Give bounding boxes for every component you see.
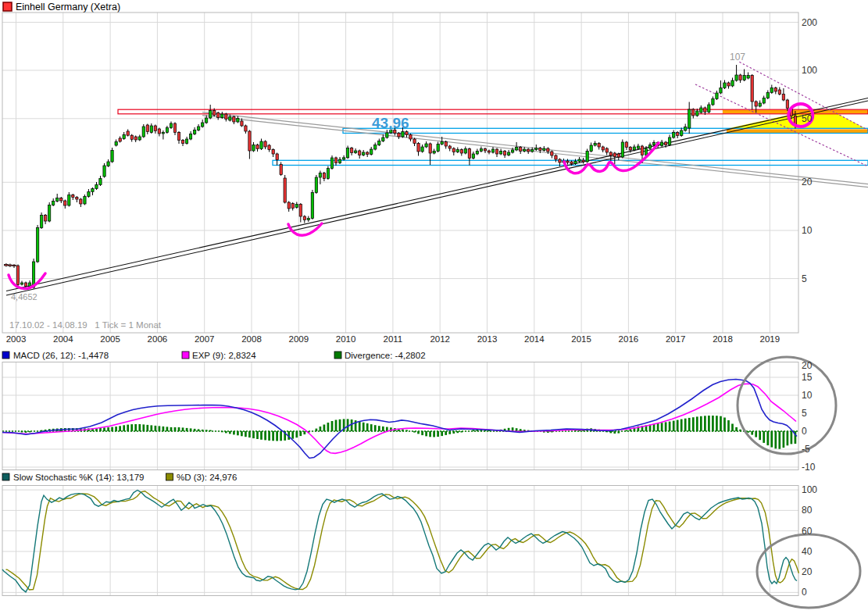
svg-text:2019: 2019 [760, 334, 780, 344]
svg-text:2011: 2011 [384, 334, 403, 344]
svg-text:%D (3): 24,976: %D (3): 24,976 [177, 473, 237, 482]
svg-text:100: 100 [802, 65, 817, 76]
svg-text:20: 20 [802, 566, 813, 577]
svg-text:5: 5 [802, 273, 807, 284]
svg-text:MACD (26, 12): -1,4478: MACD (26, 12): -1,4478 [13, 351, 109, 360]
svg-text:Einhell Germany (Xetra): Einhell Germany (Xetra) [16, 2, 120, 12]
svg-text:100: 100 [802, 484, 817, 495]
svg-text:10: 10 [802, 225, 813, 236]
svg-text:10: 10 [802, 390, 813, 401]
svg-text:2014: 2014 [524, 334, 545, 344]
svg-text:40: 40 [802, 546, 813, 557]
svg-text:20: 20 [802, 177, 813, 187]
svg-text:2018: 2018 [713, 334, 733, 344]
svg-text:2004: 2004 [53, 334, 73, 344]
svg-text:15: 15 [802, 372, 813, 383]
svg-text:Slow Stochastic %K (14): 13,17: Slow Stochastic %K (14): 13,179 [13, 473, 144, 482]
svg-text:2017: 2017 [666, 334, 686, 344]
svg-text:50: 50 [802, 113, 813, 124]
svg-text:2010: 2010 [336, 334, 356, 344]
svg-text:2003: 2003 [6, 334, 27, 344]
svg-text:2005: 2005 [100, 334, 120, 344]
svg-text:2006: 2006 [148, 334, 168, 344]
svg-text:2015: 2015 [571, 334, 591, 344]
svg-text:2012: 2012 [430, 334, 450, 344]
svg-text:2008: 2008 [241, 334, 262, 344]
svg-text:2013: 2013 [477, 334, 498, 344]
svg-text:4,4652: 4,4652 [11, 292, 38, 302]
svg-text:-5: -5 [802, 444, 810, 455]
svg-text:80: 80 [802, 505, 813, 516]
svg-text:5: 5 [802, 408, 807, 419]
svg-text:2007: 2007 [195, 334, 215, 344]
svg-text:2009: 2009 [289, 334, 309, 344]
svg-text:17.10.02 - 14.08.19 1 Tick =: 17.10.02 - 14.08.19 1 Tick = 1 Monat [9, 320, 162, 330]
svg-text:EXP (9): 2,8324: EXP (9): 2,8324 [192, 351, 256, 360]
svg-text:20: 20 [802, 360, 813, 371]
svg-text:0: 0 [802, 587, 807, 598]
svg-text:2016: 2016 [619, 334, 639, 344]
svg-text:43,96: 43,96 [372, 115, 409, 131]
svg-text:107: 107 [730, 52, 745, 62]
svg-text:-10: -10 [802, 462, 816, 473]
svg-text:200: 200 [802, 17, 817, 28]
svg-text:0: 0 [802, 426, 807, 437]
svg-text:60: 60 [802, 526, 813, 537]
svg-text:Divergence: -4,2802: Divergence: -4,2802 [345, 351, 426, 360]
